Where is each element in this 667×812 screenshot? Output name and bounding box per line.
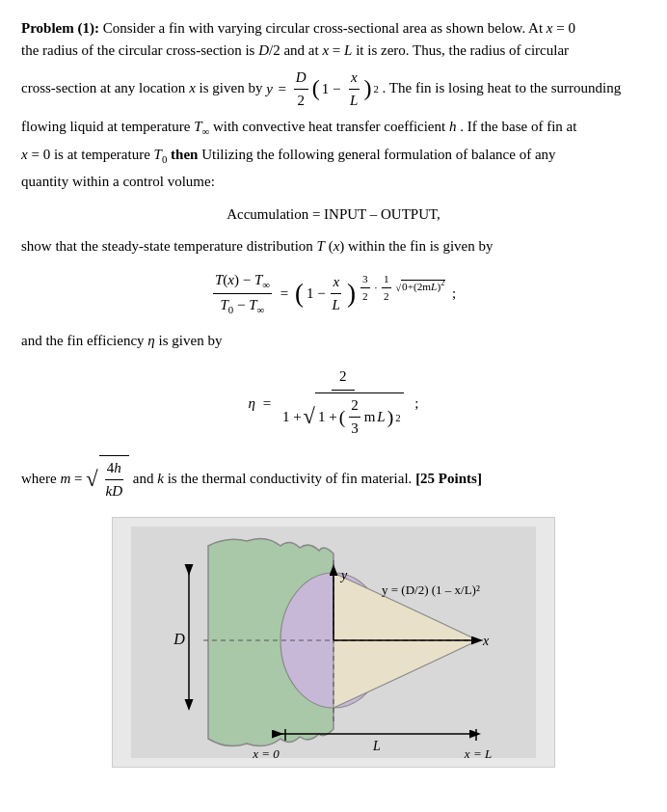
svg-text:L: L — [372, 739, 381, 753]
fin-diagram-svg: D y x L x = 0 x = L y = (D/2) (1 – x/L)² — [131, 527, 536, 758]
m-formula: √ 4h kD — [86, 455, 129, 504]
problem-number: Problem (1): — [21, 20, 99, 36]
problem-points: [25 Points] — [415, 470, 482, 485]
problem-text7: Utilizing the following general formulat… — [201, 147, 555, 162]
problem-text1: Consider a fin with varying circular cro… — [103, 20, 575, 36]
svg-text:x: x — [482, 634, 490, 648]
problem-text2: the radius of the circular cross-section… — [21, 42, 569, 58]
svg-text:y: y — [339, 568, 348, 582]
svg-text:x = L: x = L — [464, 746, 492, 758]
formula-y-inline: y = D 2 ( 1 − x L ) 2 — [266, 67, 379, 113]
fin-efficiency-formula: η = 2 1 + √ 1 + ( 2 3 mL — [21, 364, 646, 444]
problem-text9: show that the steady-state temperature d… — [21, 238, 494, 254]
problem-text10: and the fin efficiency η is given by — [21, 333, 222, 348]
svg-text:y = (D/2) (1 – x/L)²: y = (D/2) (1 – x/L)² — [382, 582, 480, 597]
problem-text5: flowing liquid at temperature T∞ with co… — [21, 119, 576, 134]
problem-container: Problem (1): Consider a fin with varying… — [21, 17, 646, 503]
svg-text:x = 0: x = 0 — [252, 746, 280, 758]
accumulation-text: Accumulation = INPUT – OUTPUT, — [227, 206, 440, 222]
problem-where: where m = — [21, 470, 86, 485]
problem-then: then — [171, 147, 198, 162]
problem-and: and k is the thermal conductivity of fin… — [133, 470, 415, 485]
fin-diagram: D y x L x = 0 x = L y = (D/2) (1 – x/L)² — [112, 517, 555, 768]
problem-text8: quantity within a control volume: — [21, 174, 215, 189]
temp-distribution-formula: T(x) − T∞ T0 − T∞ = ( 1 − x L ) 3 2 · 1 … — [21, 269, 646, 317]
problem-text6: x = 0 is at temperature T0 — [21, 147, 171, 162]
problem-text4: . The fin is losing heat to the surround… — [383, 80, 622, 95]
accumulation-formula: Accumulation = INPUT – OUTPUT, — [21, 203, 646, 226]
svg-text:D: D — [173, 631, 185, 647]
problem-text3: cross-section at any location x is given… — [21, 80, 266, 95]
